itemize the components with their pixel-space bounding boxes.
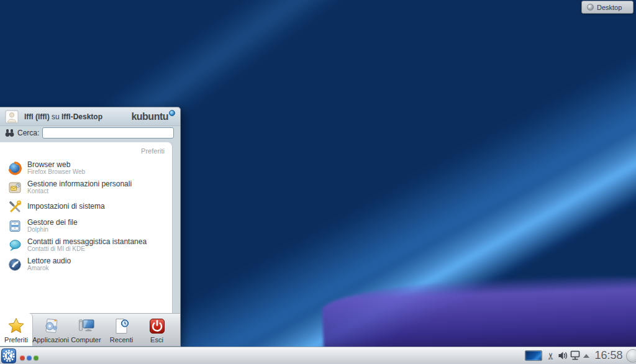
menu-item-pim[interactable]: Gestione informazioni personaliKontact bbox=[0, 178, 172, 197]
kubuntu-logo-text: kubuntu bbox=[131, 111, 168, 122]
item-subtitle: Kontact bbox=[27, 188, 132, 195]
clock[interactable]: 16:58 bbox=[590, 349, 627, 362]
item-title: Gestione informazioni personali bbox=[27, 180, 132, 188]
tab-leave[interactable]: Esci bbox=[139, 314, 175, 346]
tab-label: Recenti bbox=[110, 336, 133, 344]
dolphin-icon bbox=[8, 219, 22, 233]
item-subtitle: Contatti di MI di KDE bbox=[27, 246, 147, 253]
quicklaunch-dot-green[interactable] bbox=[34, 355, 39, 360]
menu-item-browser[interactable]: Browser webFirefox Browser Web bbox=[0, 158, 172, 178]
im-contacts-icon bbox=[8, 239, 22, 252]
menu-item-im-contacts[interactable]: Contatti di messaggistica istantaneaCont… bbox=[0, 235, 172, 255]
tab-label: Preferiti bbox=[4, 336, 28, 344]
klipper-scissors-icon[interactable]: ✂ bbox=[545, 350, 557, 362]
kickoff-content: Preferiti Browser webFirefox Browser Web bbox=[0, 142, 180, 313]
tab-recent[interactable]: Recenti bbox=[104, 314, 139, 346]
tray-expand-arrow[interactable] bbox=[583, 354, 589, 358]
search-input[interactable] bbox=[42, 127, 174, 139]
user-host-label: lffl (lffl) su lffl-Desktop bbox=[24, 112, 125, 121]
computer-icon bbox=[77, 317, 96, 335]
cashew-icon bbox=[587, 4, 594, 11]
item-subtitle: Firefox Browser Web bbox=[27, 169, 85, 176]
kickoff-search-row: Cerca: bbox=[0, 126, 180, 142]
network-monitor-icon[interactable] bbox=[570, 350, 581, 361]
quicklaunch-dot-blue[interactable] bbox=[27, 355, 32, 360]
item-title: Browser web bbox=[27, 161, 85, 169]
favorites-panel: Preferiti Browser webFirefox Browser Web bbox=[0, 142, 173, 313]
menu-item-file-manager[interactable]: Gestore dei fileDolphin bbox=[0, 216, 172, 235]
item-subtitle: Amarok bbox=[27, 265, 71, 272]
kickoff-tab-bar: Preferiti Applicazioni bbox=[0, 313, 180, 346]
kickoff-header: lffl (lffl) su lffl-Desktop kubuntu bbox=[0, 107, 180, 126]
power-icon bbox=[148, 317, 166, 335]
item-subtitle: Dolphin bbox=[27, 227, 78, 234]
tab-favorites[interactable]: Preferiti bbox=[0, 313, 33, 346]
tab-computer[interactable]: Computer bbox=[68, 314, 104, 346]
kontact-icon bbox=[8, 181, 22, 194]
toolbox-label: Desktop bbox=[597, 4, 622, 11]
kubuntu-logo: kubuntu bbox=[131, 111, 175, 122]
svg-text:K: K bbox=[6, 353, 11, 360]
desktop-pager-thumbnail[interactable] bbox=[525, 350, 542, 361]
tab-label: Esci bbox=[150, 336, 163, 344]
tab-label: Applicazioni bbox=[32, 336, 69, 344]
item-title: Contatti di messaggistica istantanea bbox=[27, 238, 147, 246]
item-title: Impostazioni di sistema bbox=[27, 202, 105, 211]
star-icon bbox=[7, 317, 25, 335]
user-name: lffl (lffl) bbox=[24, 112, 50, 121]
menu-item-audio-player[interactable]: Lettore audioAmarok bbox=[0, 255, 172, 274]
item-title: Lettore audio bbox=[27, 257, 71, 265]
menu-item-system-settings[interactable]: Impostazioni di sistema bbox=[0, 197, 172, 216]
amarok-icon bbox=[8, 258, 22, 271]
applications-icon bbox=[42, 317, 60, 335]
tab-label: Computer bbox=[71, 336, 101, 344]
firefox-icon bbox=[8, 162, 22, 175]
kde-menu-launcher-button[interactable]: K bbox=[1, 348, 16, 363]
desktop-screen: Desktop lffl (lffl) su lffl-Desktop kubu… bbox=[0, 0, 636, 364]
user-connector: su bbox=[50, 112, 61, 121]
host-name: lffl-Desktop bbox=[61, 112, 102, 121]
desktop-toolbox-button[interactable]: Desktop bbox=[581, 1, 634, 14]
search-label: Cerca: bbox=[17, 129, 39, 137]
system-settings-icon bbox=[8, 200, 22, 214]
panel-cashew-icon[interactable] bbox=[626, 349, 636, 363]
search-binoculars-icon bbox=[5, 129, 14, 137]
volume-icon[interactable] bbox=[558, 351, 568, 360]
quicklaunch-dot-red[interactable] bbox=[20, 355, 25, 360]
tab-applications[interactable]: Applicazioni bbox=[33, 314, 68, 346]
section-title: Preferiti bbox=[0, 145, 172, 158]
recent-documents-icon bbox=[112, 317, 131, 335]
user-avatar bbox=[5, 110, 19, 124]
taskbar: K ✂ 16:58 bbox=[0, 347, 636, 364]
kickoff-menu: lffl (lffl) su lffl-Desktop kubuntu Cerc… bbox=[0, 107, 181, 347]
item-title: Gestore dei file bbox=[27, 219, 78, 227]
kubuntu-logo-icon bbox=[169, 110, 175, 116]
